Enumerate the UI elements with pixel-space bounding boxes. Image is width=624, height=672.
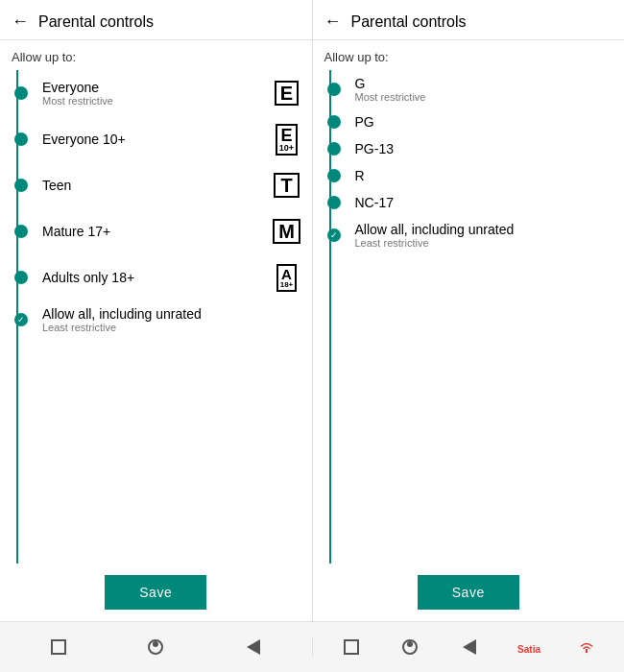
list-item[interactable]: PG [321, 108, 617, 135]
rating-icon-e10: E 10+ [270, 122, 304, 156]
rating-name: Allow all, including unrated [42, 306, 304, 322]
right-save-button[interactable]: Save [418, 575, 519, 610]
rating-text: PG-13 [348, 141, 617, 156]
rating-icon-m: M [270, 214, 304, 249]
rating-text: Teen [35, 178, 270, 193]
left-nav-area [0, 636, 313, 658]
rating-icon-e: E [270, 76, 304, 110]
list-item[interactable]: Mature 17+ M [8, 208, 304, 254]
dot-container [321, 169, 348, 182]
rating-text: Everyone Most restrictive [35, 80, 270, 107]
left-back-button[interactable]: ← [12, 12, 29, 32]
right-save-row: Save [313, 564, 625, 621]
rating-dot [327, 83, 341, 96]
rating-text: PG [348, 114, 617, 130]
left-save-button[interactable]: Save [105, 575, 206, 610]
right-home-button[interactable] [399, 636, 420, 658]
rating-name: NC-17 [355, 195, 617, 210]
dot-container: ✓ [8, 313, 35, 326]
dot-container [8, 132, 35, 146]
dot-container [8, 86, 35, 100]
dot-container [321, 196, 348, 209]
rating-sub: Most restrictive [42, 95, 270, 107]
left-rating-list: Everyone Most restrictive E Everyone 10+… [0, 70, 312, 564]
e10-letter: E [280, 127, 292, 144]
rating-dot-check: ✓ [327, 228, 341, 242]
e10-plus: 10+ [279, 144, 294, 153]
dot-container [321, 83, 348, 96]
rating-text: R [348, 168, 617, 183]
left-home-button[interactable] [145, 636, 166, 658]
right-back-nav-button[interactable] [459, 636, 480, 658]
rating-text: NC-17 [348, 195, 617, 210]
rating-icon-t: T [270, 168, 304, 203]
circle-icon [402, 639, 418, 655]
list-item[interactable]: ✓ Allow all, including unrated Least res… [8, 300, 304, 339]
dot-container [8, 271, 35, 284]
right-allow-label: Allow up to: [313, 40, 625, 70]
left-back-nav-button[interactable] [243, 636, 264, 658]
rating-icon-a18: A 18+ [270, 260, 304, 295]
rating-text: G Most restrictive [348, 76, 617, 103]
left-save-row: Save [0, 564, 312, 621]
a18-badge: A 18+ [276, 264, 298, 292]
right-square-button[interactable] [341, 636, 362, 658]
right-rating-list: G Most restrictive PG PG-13 [313, 70, 625, 564]
dot-container [8, 225, 35, 238]
right-nav-area: Satia [313, 636, 625, 658]
rating-text: Allow all, including unrated Least restr… [35, 306, 304, 333]
rating-name: Mature 17+ [42, 224, 270, 239]
rating-sub: Most restrictive [355, 91, 617, 103]
rating-dot [327, 169, 341, 182]
rating-dot [14, 179, 28, 192]
rating-name: Everyone [42, 80, 270, 95]
rating-dot [14, 132, 28, 146]
rating-sub: Least restrictive [42, 322, 304, 333]
rating-text: Adults only 18+ [35, 270, 270, 285]
list-item[interactable]: NC-17 [321, 189, 617, 216]
list-item[interactable]: Everyone 10+ E 10+ [8, 116, 304, 162]
triangle-icon [463, 639, 476, 655]
e10-badge: E 10+ [276, 124, 298, 156]
rating-dot [327, 142, 341, 156]
left-panel-title: Parental controls [38, 13, 154, 31]
right-panel: ← Parental controls Allow up to: G Most … [313, 0, 625, 621]
right-panel-header: ← Parental controls [313, 0, 625, 40]
rating-sub: Least restrictive [355, 237, 617, 249]
left-allow-label: Allow up to: [0, 40, 312, 70]
rating-name: Adults only 18+ [42, 270, 270, 285]
circle-inner [153, 641, 158, 647]
square-icon [51, 639, 66, 655]
rating-name: Teen [42, 178, 270, 193]
a18-plus: 18+ [280, 281, 294, 289]
list-item[interactable]: Teen T [8, 162, 304, 208]
list-item[interactable]: Adults only 18+ A 18+ [8, 254, 304, 300]
list-item[interactable]: G Most restrictive [321, 70, 617, 108]
wifi-icon [578, 640, 595, 654]
rating-name: G [355, 76, 617, 91]
rating-dot [327, 115, 341, 129]
rating-dot-check: ✓ [14, 313, 28, 326]
list-item[interactable]: PG-13 [321, 135, 617, 162]
dot-container [321, 115, 348, 129]
list-item[interactable]: R [321, 162, 617, 189]
rating-dot [327, 196, 341, 209]
rating-name: Allow all, including unrated [355, 222, 617, 237]
circle-icon [148, 639, 163, 655]
right-back-button[interactable]: ← [324, 12, 342, 32]
right-panel-title: Parental controls [351, 13, 467, 31]
left-panel: ← Parental controls Allow up to: Everyon… [0, 0, 313, 621]
m-badge: M [273, 219, 300, 244]
t-badge: T [274, 173, 299, 198]
bottom-nav-bar: Satia [0, 622, 624, 672]
rating-dot [14, 86, 28, 100]
rating-text: Allow all, including unrated Least restr… [348, 222, 617, 249]
brand-label: Satia [517, 644, 540, 655]
list-item[interactable]: Everyone Most restrictive E [8, 70, 304, 116]
list-item[interactable]: ✓ Allow all, including unrated Least res… [321, 216, 617, 254]
rating-dot [14, 225, 28, 238]
left-square-button[interactable] [48, 636, 69, 658]
left-panel-header: ← Parental controls [0, 0, 312, 40]
rating-name: PG [355, 114, 617, 130]
triangle-icon [247, 639, 260, 655]
